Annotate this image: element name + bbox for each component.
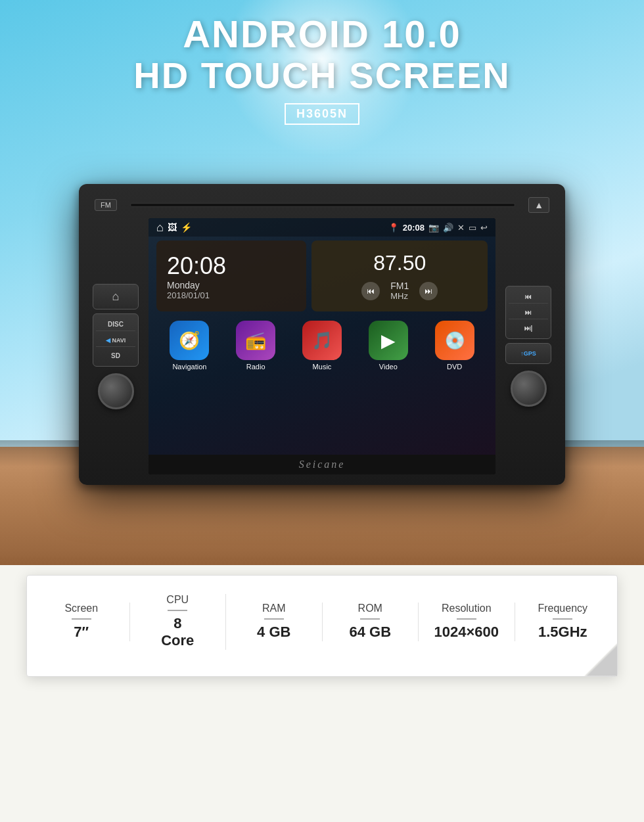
- app-dvd[interactable]: 💿 DVD: [435, 321, 474, 371]
- location-icon: 📍: [388, 223, 399, 233]
- spec-dash3: [264, 618, 284, 620]
- stereo-top-bar: FM ▲: [89, 197, 555, 213]
- navigation-label: Navigation: [172, 363, 206, 371]
- specs-section: Screen 7″ CPU 8Core RAM 4 GB ROM 64 GB R…: [26, 575, 618, 677]
- spec-dash: [72, 618, 91, 620]
- spec-frequency-value: 1.5GHz: [538, 624, 587, 641]
- app-music[interactable]: 🎵 Music: [302, 321, 342, 371]
- disc-button[interactable]: DISC: [96, 318, 135, 331]
- radio-prev-button[interactable]: ⏮: [361, 282, 380, 300]
- spec-resolution-value: 1024×600: [434, 624, 499, 641]
- volume-icon: 🔊: [443, 223, 453, 233]
- brand-name: Seicane: [299, 459, 346, 470]
- music-label: Music: [313, 363, 332, 371]
- model-badge: H3605N: [285, 103, 359, 125]
- spec-rom-value: 64 GB: [349, 624, 391, 641]
- right-panel: ⏮ ⏭ ⏭| ↑GPS: [502, 218, 555, 474]
- status-left: ⌂ 🖼 ⚡: [156, 221, 192, 235]
- back-icon: ↩: [480, 223, 488, 233]
- spec-rom-label: ROM: [358, 603, 382, 614]
- navigation-icon: 🧭: [170, 321, 209, 360]
- spec-ram: RAM 4 GB: [226, 603, 323, 641]
- spec-dash6: [553, 618, 572, 620]
- radio-icon: 📻: [236, 321, 275, 360]
- spec-screen-value: 7″: [74, 624, 89, 641]
- spec-cpu: CPU 8Core: [130, 594, 227, 650]
- radio-station-label: FM1: [390, 281, 409, 291]
- spec-cpu-label: CPU: [166, 594, 189, 606]
- android-signal-icon[interactable]: ⚡: [181, 222, 192, 233]
- spec-dash2: [168, 610, 187, 611]
- dvd-icon: 💿: [435, 321, 474, 360]
- radio-label-text: Radio: [246, 363, 265, 371]
- close-icon: ✕: [457, 223, 465, 233]
- video-icon: ▶: [369, 321, 408, 360]
- fm-badge: FM: [95, 199, 117, 211]
- window-icon: ▭: [469, 223, 476, 233]
- spec-screen-label: Screen: [64, 603, 98, 614]
- header-title-line1: ANDROID 10.0: [0, 13, 644, 55]
- spec-cpu-value: 8Core: [161, 615, 194, 650]
- video-label: Video: [379, 363, 398, 371]
- dvd-label: DVD: [447, 363, 462, 371]
- clock-time: 20:08: [167, 252, 296, 280]
- radio-controls: ⏮ FM1 MHz ⏭: [361, 281, 438, 301]
- radio-next-button[interactable]: ⏭: [419, 282, 438, 300]
- spec-screen: Screen 7″: [34, 603, 130, 641]
- android-home-icon[interactable]: ⌂: [156, 221, 164, 235]
- left-panel: ⌂ DISC ◀ NAVI SD: [89, 218, 142, 474]
- volume-knob-right[interactable]: [511, 371, 547, 407]
- right-button-group: ⏮ ⏭ ⏭|: [505, 286, 551, 339]
- radio-widget[interactable]: 87.50 ⏮ FM1 MHz ⏭: [311, 240, 488, 311]
- spec-ram-label: RAM: [262, 603, 286, 614]
- specs-grid: Screen 7″ CPU 8Core RAM 4 GB ROM 64 GB R…: [34, 594, 610, 650]
- home-button[interactable]: ⌂: [93, 284, 139, 309]
- volume-knob[interactable]: [98, 373, 134, 409]
- prev-track-button[interactable]: ⏮: [509, 290, 548, 304]
- clock-date: 2018/01/01: [167, 290, 296, 300]
- clock-day: Monday: [167, 280, 296, 290]
- app-radio[interactable]: 📻 Radio: [236, 321, 275, 371]
- app-video[interactable]: ▶ Video: [369, 321, 408, 371]
- skip-button[interactable]: ⏭|: [509, 322, 548, 334]
- spec-ram-value: 4 GB: [257, 624, 290, 641]
- spec-dash4: [360, 618, 380, 620]
- status-right: 📍 20:08 📷 🔊 ✕ ▭ ↩: [388, 223, 488, 233]
- eject-button[interactable]: ▲: [528, 197, 549, 213]
- stereo-body: FM ▲ ⌂ DISC ◀ NAVI SD: [79, 184, 565, 485]
- left-button-group: DISC ◀ NAVI SD: [93, 313, 139, 367]
- spec-resolution: Resolution 1024×600: [419, 603, 515, 641]
- radio-unit-label: MHz: [390, 291, 409, 301]
- navi-button[interactable]: ◀ NAVI: [96, 334, 135, 347]
- device-wrapper: FM ▲ ⌂ DISC ◀ NAVI SD: [79, 184, 565, 485]
- spec-frequency-label: Frequency: [538, 603, 587, 614]
- spec-frequency: Frequency 1.5GHz: [515, 603, 611, 641]
- radio-frequency: 87.50: [373, 251, 426, 275]
- header-section: ANDROID 10.0 HD TOUCH SCREEN H3605N: [0, 13, 644, 125]
- android-screen[interactable]: ⌂ 🖼 ⚡ 📍 20:08 📷 🔊 ✕ ▭ ↩: [149, 218, 495, 455]
- right-gps-group: ↑GPS: [505, 343, 551, 364]
- spec-resolution-label: Resolution: [442, 603, 492, 614]
- brand-bar: Seicane: [149, 455, 495, 474]
- camera-icon: 📷: [428, 223, 439, 233]
- status-time: 20:08: [403, 223, 425, 233]
- cd-slot: [130, 203, 515, 207]
- header-title-line2: HD TOUCH SCREEN: [0, 55, 644, 96]
- clock-widget[interactable]: 20:08 Monday 2018/01/01: [156, 240, 306, 311]
- music-icon: 🎵: [302, 321, 342, 360]
- spec-rom: ROM 64 GB: [323, 603, 419, 641]
- next-track-button[interactable]: ⏭: [509, 306, 548, 319]
- widget-area: 20:08 Monday 2018/01/01 87.50 ⏮ FM1: [149, 237, 495, 315]
- app-navigation[interactable]: 🧭 Navigation: [170, 321, 209, 371]
- spec-dash5: [457, 618, 476, 620]
- status-bar: ⌂ 🖼 ⚡ 📍 20:08 📷 🔊 ✕ ▭ ↩: [149, 218, 495, 237]
- radio-station-info: FM1 MHz: [390, 281, 409, 301]
- sd-button[interactable]: SD: [96, 350, 135, 362]
- gps-label: ↑GPS: [509, 348, 548, 359]
- android-photo-icon[interactable]: 🖼: [168, 222, 177, 233]
- stereo-main-row: ⌂ DISC ◀ NAVI SD ⌂: [89, 218, 555, 474]
- apps-row: 🧭 Navigation 📻 Radio 🎵 Music ▶: [149, 315, 495, 375]
- screen-container: ⌂ 🖼 ⚡ 📍 20:08 📷 🔊 ✕ ▭ ↩: [149, 218, 495, 474]
